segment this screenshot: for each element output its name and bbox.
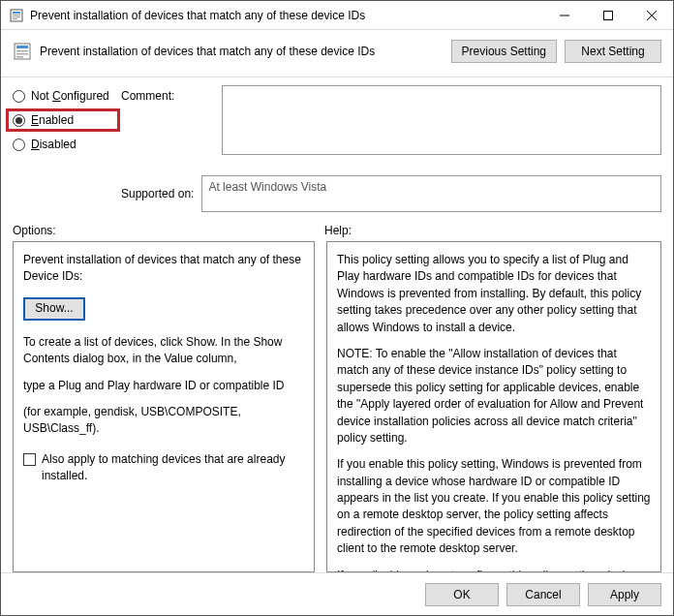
- title-bar: Prevent installation of devices that mat…: [1, 1, 673, 30]
- options-heading: Prevent installation of devices that mat…: [23, 252, 304, 286]
- help-paragraph: This policy setting allows you to specif…: [337, 252, 651, 336]
- svg-rect-2: [13, 15, 20, 15]
- radio-label: Enabled: [31, 113, 74, 127]
- svg-rect-6: [603, 11, 612, 19]
- cancel-button[interactable]: Cancel: [506, 583, 580, 606]
- checkbox-icon: [23, 453, 36, 466]
- supported-on-value: At least Windows Vista: [201, 175, 661, 212]
- svg-rect-11: [16, 50, 28, 52]
- footer: OK Cancel Apply: [1, 572, 673, 615]
- svg-rect-13: [16, 56, 23, 58]
- minimize-button[interactable]: [542, 1, 586, 29]
- svg-rect-4: [13, 18, 17, 19]
- radio-not-configured[interactable]: Not Configured: [13, 89, 113, 103]
- svg-rect-3: [13, 16, 20, 17]
- apply-button[interactable]: Apply: [588, 583, 661, 606]
- state-radio-group: Not Configured Enabled Disabled: [13, 85, 113, 151]
- comment-label: Comment:: [121, 85, 214, 103]
- header-title: Prevent installation of devices that mat…: [40, 45, 444, 58]
- comment-textarea[interactable]: [222, 85, 661, 155]
- radio-label: Disabled: [31, 138, 77, 151]
- settings-grid: Not Configured Enabled Disabled Comment:…: [1, 77, 673, 218]
- close-button[interactable]: [629, 1, 673, 29]
- svg-rect-10: [16, 46, 28, 48]
- options-panel: Prevent installation of devices that mat…: [13, 241, 315, 572]
- supported-on-label: Supported on:: [121, 187, 194, 200]
- radio-icon: [13, 139, 25, 151]
- options-hint-type: type a Plug and Play hardware ID or comp…: [23, 378, 304, 394]
- help-label: Help:: [324, 224, 661, 237]
- comment-box: [222, 85, 661, 158]
- next-setting-button[interactable]: Next Setting: [565, 40, 661, 63]
- ok-button[interactable]: OK: [425, 583, 499, 606]
- dialog-window: Prevent installation of devices that mat…: [0, 0, 674, 616]
- radio-label: Not Configured: [31, 89, 109, 103]
- radio-icon: [13, 114, 25, 127]
- panels-row: Prevent installation of devices that mat…: [1, 241, 673, 572]
- svg-rect-12: [16, 53, 28, 55]
- help-panel: This policy setting allows you to specif…: [326, 241, 661, 572]
- maximize-button[interactable]: [586, 1, 629, 29]
- also-apply-row[interactable]: Also apply to matching devices that are …: [23, 451, 304, 485]
- show-button[interactable]: Show...: [23, 297, 85, 321]
- svg-rect-1: [13, 12, 20, 14]
- radio-disabled[interactable]: Disabled: [13, 138, 113, 151]
- section-labels: Options: Help:: [1, 218, 673, 241]
- options-hint-example: (for example, gendisk, USB\COMPOSITE, US…: [23, 404, 304, 438]
- checkbox-label: Also apply to matching devices that are …: [42, 451, 304, 485]
- radio-enabled[interactable]: Enabled: [6, 108, 120, 132]
- window-title: Prevent installation of devices that mat…: [30, 9, 542, 22]
- policy-icon: [13, 42, 32, 61]
- help-paragraph: If you enable this policy setting, Windo…: [337, 456, 651, 557]
- app-icon: [9, 8, 24, 23]
- help-paragraph: NOTE: To enable the "Allow installation …: [337, 346, 651, 447]
- options-hint-show: To create a list of devices, click Show.…: [23, 334, 304, 368]
- previous-setting-button[interactable]: Previous Setting: [451, 40, 557, 63]
- options-label: Options:: [13, 224, 324, 237]
- radio-icon: [13, 90, 25, 103]
- header-row: Prevent installation of devices that mat…: [1, 30, 673, 77]
